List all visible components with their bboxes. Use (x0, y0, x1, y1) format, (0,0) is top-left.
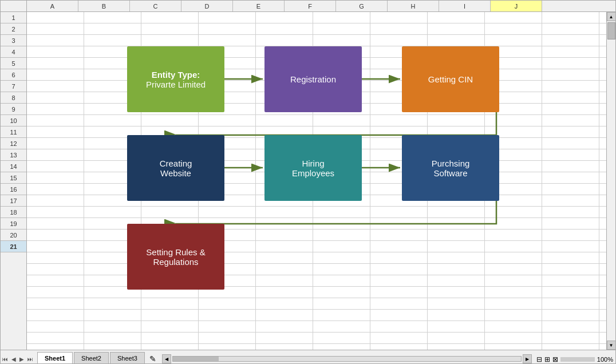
row-num-18[interactable]: 18 (1, 207, 26, 218)
entity-type-box: Entity Type:Privarte Limited (127, 46, 224, 112)
col-header-j[interactable]: J (491, 1, 542, 11)
col-header-h[interactable]: H (388, 1, 439, 11)
page-layout-icon[interactable]: ⊞ (544, 355, 550, 363)
scroll-up-arrow[interactable]: ▲ (607, 12, 616, 21)
scroll-down-arrow[interactable]: ▼ (607, 341, 616, 350)
diagram-canvas: Entity Type:Privarte Limited Registratio… (27, 12, 606, 350)
view-controls: ⊟ ⊞ ⊠ 100% (534, 355, 615, 363)
hiring-employees-box: HiringEmployees (264, 135, 362, 201)
creating-website-label: CreatingWebsite (160, 159, 192, 178)
tab-next-arrow[interactable]: ▶ (18, 355, 26, 363)
spreadsheet: A B C D E F G H I J 1 2 3 4 5 6 7 8 9 10… (0, 0, 616, 364)
col-header-extra (542, 1, 615, 11)
new-sheet-button[interactable]: ✎ (146, 354, 160, 363)
column-headers: A B C D E F G H I J (1, 1, 615, 12)
purchasing-software-box: PurchsingSoftware (402, 135, 499, 201)
hiring-employees-label: HiringEmployees (292, 159, 334, 178)
row-num-6[interactable]: 6 (1, 69, 26, 81)
col-header-i[interactable]: I (439, 1, 491, 11)
row-num-5[interactable]: 5 (1, 58, 26, 69)
row-num-17[interactable]: 17 (1, 195, 26, 207)
corner-cell (1, 1, 27, 11)
setting-rules-box: Setting Rules &Regulations (127, 224, 224, 290)
sheet2-tab[interactable]: Sheet2 (74, 352, 109, 363)
row-num-12[interactable]: 12 (1, 138, 26, 149)
row-num-10[interactable]: 10 (1, 115, 26, 126)
creating-website-box: CreatingWebsite (127, 135, 224, 201)
row-num-2[interactable]: 2 (1, 23, 26, 35)
entity-type-label: Entity Type:Privarte Limited (146, 70, 206, 89)
scroll-thumb-vertical[interactable] (607, 22, 615, 39)
tab-last-arrow[interactable]: ⏭ (26, 355, 35, 363)
scroll-right-btn[interactable]: ▶ (523, 354, 532, 363)
tab-first-arrow[interactable]: ⏮ (1, 355, 10, 363)
h-scroll-track[interactable] (172, 356, 522, 362)
row-num-11[interactable]: 11 (1, 126, 26, 138)
col-header-d[interactable]: D (181, 1, 233, 11)
purchasing-software-label: PurchsingSoftware (432, 159, 470, 178)
tab-nav[interactable]: ⏮ ◀ ▶ ⏭ (1, 355, 35, 363)
sheet1-tab[interactable]: Sheet1 (37, 352, 73, 363)
scroll-left-btn[interactable]: ◀ (162, 354, 171, 363)
row-numbers: 1 2 3 4 5 6 7 8 9 10 11 12 13 14 15 16 1… (1, 12, 27, 350)
tab-prev-arrow[interactable]: ◀ (10, 355, 18, 363)
zoom-level: 100% (597, 356, 613, 363)
registration-box: Registration (264, 46, 362, 112)
row-num-7[interactable]: 7 (1, 81, 26, 92)
row-num-15[interactable]: 15 (1, 172, 26, 184)
getting-cin-label: Getting CIN (428, 74, 473, 84)
row-num-16[interactable]: 16 (1, 184, 26, 195)
getting-cin-box: Getting CIN (402, 46, 499, 112)
page-break-icon[interactable]: ⊠ (552, 355, 558, 363)
row-num-21[interactable]: 21 (1, 241, 26, 252)
col-header-b[interactable]: B (78, 1, 130, 11)
row-num-1[interactable]: 1 (1, 12, 26, 23)
col-header-g[interactable]: G (336, 1, 388, 11)
col-header-f[interactable]: F (285, 1, 336, 11)
registration-label: Registration (290, 74, 336, 84)
row-num-4[interactable]: 4 (1, 46, 26, 58)
row-num-19[interactable]: 19 (1, 218, 26, 230)
row-num-3[interactable]: 3 (1, 35, 26, 46)
normal-view-icon[interactable]: ⊟ (536, 355, 542, 363)
zoom-slider[interactable] (560, 357, 595, 362)
right-scrollbar[interactable]: ▲ ▼ (606, 12, 615, 350)
setting-rules-label: Setting Rules &Regulations (146, 247, 205, 267)
col-header-a[interactable]: A (27, 1, 78, 11)
h-scroll-thumb[interactable] (173, 357, 219, 361)
grid-content: Entity Type:Privarte Limited Registratio… (27, 12, 606, 350)
col-header-c[interactable]: C (130, 1, 181, 11)
row-num-20[interactable]: 20 (1, 230, 26, 241)
sheet3-tab[interactable]: Sheet3 (110, 352, 145, 363)
row-num-8[interactable]: 8 (1, 92, 26, 104)
col-header-e[interactable]: E (233, 1, 285, 11)
row-num-13[interactable]: 13 (1, 149, 26, 161)
row-num-14[interactable]: 14 (1, 161, 26, 172)
row-num-9[interactable]: 9 (1, 104, 26, 115)
